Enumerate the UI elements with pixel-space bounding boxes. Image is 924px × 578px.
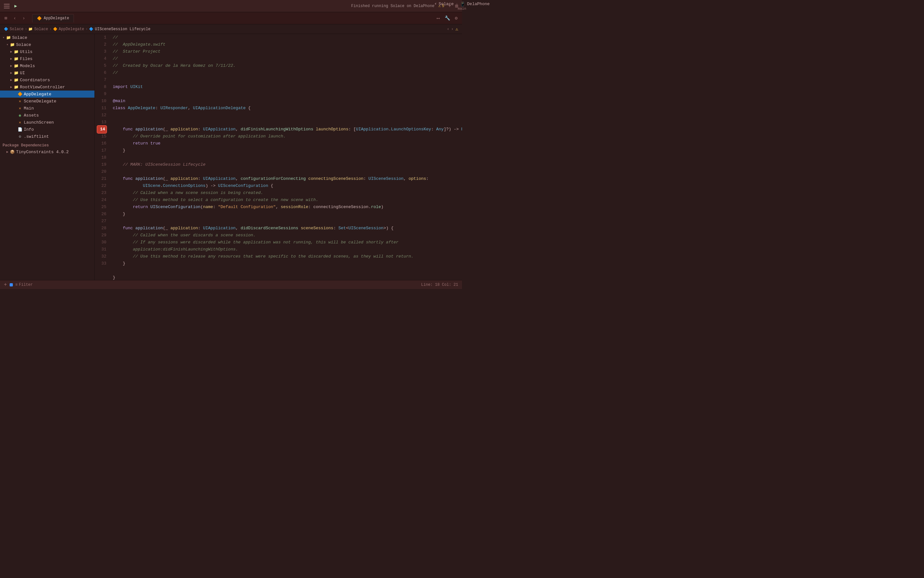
sidebar-item-tinyconstraints[interactable]: ▶ 📦 TinyConstraints 4.0.2 <box>0 148 94 156</box>
folder-icon: 📁 <box>13 63 19 68</box>
sidebar-item-assets[interactable]: ◉ Assets <box>0 112 94 119</box>
config-icon: ⚙ <box>17 134 23 139</box>
toolbar: ⊞ ‹ › 🔶 AppDelegate ⟷ 🔧 ⚙ <box>0 12 462 24</box>
sidebar-label: LaunchScreen <box>24 120 54 125</box>
code-line-24: // Use this method to select a configura… <box>110 196 462 204</box>
breadcrumb-sep3: › <box>85 27 88 31</box>
chevron-icon: ▶ <box>9 85 13 89</box>
breadcrumb-solace2[interactable]: 📁 Solace <box>28 27 48 31</box>
code-line-32: // Use this method to release any resour… <box>110 253 462 260</box>
sidebar-label: Assets <box>24 113 39 118</box>
code-line-3: // Starter Project <box>110 48 462 55</box>
line-num-24: 24 <box>98 196 106 204</box>
back-button[interactable]: ‹ <box>11 15 18 21</box>
tab-label: AppDelegate <box>44 16 69 21</box>
sidebar-item-root-solace[interactable]: ▾ 📁 Solace <box>0 34 94 41</box>
line-num-13: 13 <box>98 119 106 126</box>
chevron-icon: ▾ <box>5 43 10 47</box>
scheme-label: Solace <box>439 2 454 6</box>
sidebar-item-utils[interactable]: ▶ 📁 Utils <box>0 48 94 55</box>
toolbar-actions: ⟷ 🔧 ⚙ <box>435 15 459 21</box>
code-line-23: // Called when a new scene session is be… <box>110 190 462 196</box>
sidebar-label: Models <box>20 63 35 68</box>
tab-icon: 🔶 <box>37 16 42 21</box>
line-num-3: 3 <box>98 48 106 55</box>
package-dependencies-section: Package Dependencies ▶ 📦 TinyConstraints… <box>0 140 94 157</box>
code-line-28: func application(_ application: UIApplic… <box>110 225 462 232</box>
folder-icon: 📁 <box>6 35 11 40</box>
sidebar-label: UI <box>20 71 25 75</box>
split-view-icon[interactable]: ⟷ <box>435 15 441 21</box>
tab-bar: 🔶 AppDelegate <box>32 14 433 23</box>
breadcrumb-icon-2: 📁 <box>28 27 33 31</box>
sidebar-label: Info <box>24 127 34 132</box>
settings-icon[interactable]: ⚙ <box>453 15 459 21</box>
inspector-icon[interactable]: 🔧 <box>444 15 451 21</box>
sidebar-label: Files <box>20 57 33 61</box>
tab-appdelegate[interactable]: 🔶 AppDelegate <box>32 14 74 23</box>
sidebar-item-rootviewcontroller[interactable]: ▶ 📁 RootViewController <box>0 83 94 91</box>
sidebar-label: Coordinators <box>20 78 50 83</box>
line-num-28: 28 <box>98 225 106 232</box>
sidebar-item-files[interactable]: ▶ 📁 Files <box>0 55 94 62</box>
breadcrumb-label-2: Solace <box>34 27 48 31</box>
add-file-button[interactable]: + <box>4 282 7 288</box>
info-icon: 📄 <box>17 127 23 132</box>
line-num-20: 20 <box>98 168 106 175</box>
sidebar-item-solace[interactable]: ▾ 📁 Solace <box>0 41 94 48</box>
code-line-8: import UIKit <box>110 83 462 91</box>
breadcrumb-icon-3: 🔶 <box>53 27 57 31</box>
line-num-32: 32 <box>98 253 106 260</box>
code-line-15: // Override point for customization afte… <box>110 133 462 140</box>
main-layout: ▾ 📁 Solace ▾ 📁 Solace ▶ 📁 Utils ▶ 📁 File… <box>0 34 462 280</box>
sidebar-item-appdelegate[interactable]: 🔶 AppDelegate <box>0 91 94 97</box>
line-num-23: 23 <box>98 190 106 196</box>
code-line-16: return true <box>110 140 462 147</box>
warning-indicator: ⚠ <box>455 26 458 32</box>
line-num-16: 16 <box>98 140 106 147</box>
breadcrumb-solace1[interactable]: 🔷 Solace <box>4 27 23 31</box>
breadcrumb-appdelegate[interactable]: 🔶 AppDelegate <box>53 27 84 31</box>
line-num-15: 15 <box>98 133 106 140</box>
nav-prev-icon[interactable]: ‹ <box>447 27 449 31</box>
line-num-18: 18 <box>98 154 106 161</box>
sidebar-item-info[interactable]: 📄 Info <box>0 126 94 133</box>
code-line-12 <box>110 112 462 119</box>
chevron-icon: ▶ <box>5 150 10 154</box>
line-num-5: 5 <box>98 62 106 69</box>
line-num-29: 29 <box>98 232 106 239</box>
nav-next-icon[interactable]: › <box>451 27 453 31</box>
breadcrumb-lifecycle[interactable]: 🔷 UISceneSession Lifecycle <box>89 27 150 31</box>
line-num-12: 12 <box>98 112 106 119</box>
sidebar-item-launchscreen[interactable]: ✕ LaunchScreen <box>0 119 94 126</box>
code-editor[interactable]: 1 2 3 4 5 6 7 8 9 10 11 12 13 14 15 16 1… <box>95 34 462 280</box>
code-line-10: @main <box>110 97 462 105</box>
breadcrumb-label-4: UISceneSession Lifecycle <box>95 27 150 31</box>
code-line-31: application:didFinishLaunchingWithOption… <box>110 246 462 253</box>
sidebar-toggle-button[interactable] <box>4 4 10 8</box>
status-text: Finished running Solace on DelaPhone <box>351 4 434 8</box>
storyboard-icon: ✕ <box>17 106 23 111</box>
code-line-27 <box>110 218 462 225</box>
titlebar-left <box>4 3 19 10</box>
code-line-9 <box>110 91 462 97</box>
breadcrumb-sep2: › <box>49 27 52 31</box>
sidebar-item-models[interactable]: ▶ 📁 Models <box>0 62 94 69</box>
filter-label: Filter <box>19 283 33 287</box>
code-line-13 <box>110 119 462 126</box>
sidebar-item-ui[interactable]: ▶ 📁 UI <box>0 69 94 76</box>
sidebar-item-swiftlint[interactable]: ⚙ .swiftlint <box>0 133 94 140</box>
code-line-2: // AppDelegate.swift <box>110 41 462 48</box>
run-button[interactable] <box>12 3 19 10</box>
navigator-icon[interactable]: ⊞ <box>3 15 9 21</box>
forward-button[interactable]: › <box>21 15 27 21</box>
filter-button[interactable]: ≡ Filter <box>15 283 33 287</box>
sidebar-item-scenedelegate[interactable]: ✕ SceneDelegate <box>0 97 94 105</box>
line-num-25: 25 <box>98 204 106 211</box>
line-num-26: 26 <box>98 211 106 218</box>
line-num-6: 6 <box>98 69 106 76</box>
chevron-icon: ▶ <box>9 64 13 68</box>
sidebar-item-main[interactable]: ✕ Main <box>0 105 94 112</box>
sidebar-item-coordinators[interactable]: ▶ 📁 Coordinators <box>0 76 94 83</box>
bottom-left: + ≡ Filter <box>4 282 33 288</box>
